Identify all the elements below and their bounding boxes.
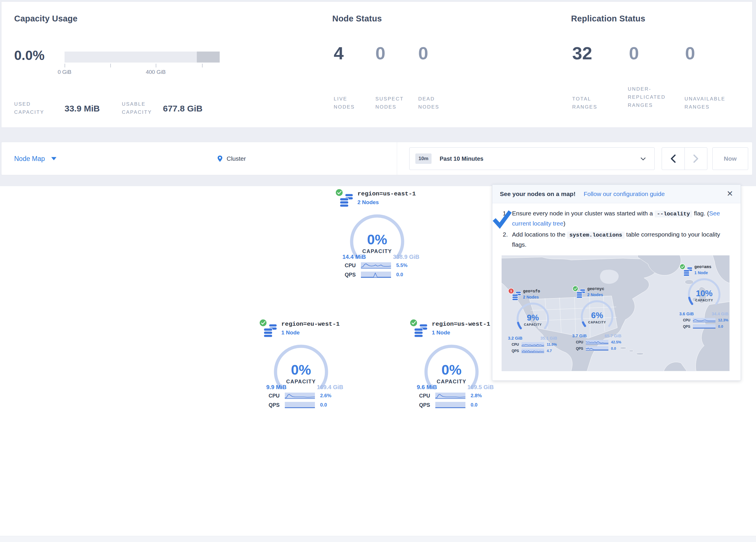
qps-sparkline [522,349,544,353]
axis-tick [65,64,65,67]
unavailable-ranges-label: UNAVAILABLE RANGES [685,95,738,111]
cpu-sparkline [285,393,315,399]
step-text: Add locations to the [512,231,567,238]
cpu-value: 12.3% [718,318,728,322]
qps-label: QPS [680,325,690,329]
chevron-right-icon [693,154,699,163]
configuration-guide-link[interactable]: Follow our configuration guide [583,190,665,197]
breadcrumb[interactable]: Cluster [216,155,246,162]
region-label[interactable]: region=us-east-1 [357,190,416,197]
chevron-down-icon [51,157,56,160]
region-label[interactable]: region=eu-west-1 [281,321,340,328]
region-label[interactable]: region=us-west-1 [432,321,490,328]
qps-sparkline [361,272,391,278]
usable-capacity-value: 677.8 GiB [163,104,203,113]
axis-tick [156,64,156,67]
step-text: flag. ( [692,210,709,216]
step-text: ) [563,220,565,227]
node-count-link[interactable]: 1 Node [432,330,490,336]
cpu-sparkline [693,318,715,322]
axis-tick [110,64,111,67]
cpu-value: 2.6% [320,393,331,399]
total-capacity: 169.5 GiB [467,384,494,391]
locality-flag-code: --locality [655,210,692,217]
capacity-gauge: 0% CAPACITY [272,342,330,400]
cpu-value: 11.0% [547,343,557,347]
region-label: geo=ams [694,264,711,269]
cluster-summary-card: Capacity Usage 0.0% 0 GiB 400 GiB USED C… [1,1,753,128]
qps-value: 0.0 [471,402,478,408]
locality-marker-us-west-1: region=us-west-1 1 Node 0% CAPACITY 9.6 … [402,318,501,415]
capacity-gauge: 6% CAPACITY [580,299,614,334]
chevron-down-icon [641,157,646,160]
qps-value: 0.0 [320,402,327,408]
cpu-value: 5.5% [396,262,408,268]
time-back-button[interactable] [662,148,685,170]
total-ranges-value: 32 [572,43,592,63]
capacity-caption: CAPACITY [286,379,316,385]
cpu-label: CPU [343,262,356,269]
database-icon [683,267,693,276]
step-text: Ensure every node in your cluster was st… [512,210,655,216]
cpu-value: 2.8% [471,393,482,399]
under-replicated-ranges-value: 0 [629,43,639,63]
close-icon[interactable]: ✕ [726,190,733,198]
used-capacity: 3.7 GiB [572,334,587,338]
time-step-buttons [662,147,707,170]
cpu-label: CPU [573,340,583,344]
healthy-check-icon [409,319,418,327]
configuration-steps: 1. Ensure every node in your cluster was… [503,208,731,251]
region-label: geo=sfo [523,289,540,294]
cpu-label: CPU [267,393,280,399]
capacity-usage-title: Capacity Usage [14,14,78,23]
healthy-check-icon [259,319,267,327]
healthy-check-icon [335,188,344,197]
view-selector-label: Node Map [14,155,45,162]
capacity-caption: CAPACITY [524,323,542,326]
popup-title: See your nodes on a map! [500,190,575,197]
qps-sparkline [693,324,715,329]
node-status-title: Node Status [332,14,382,23]
node-count: 1 Node [694,270,711,275]
capacity-caption: CAPACITY [437,379,467,385]
location-pin-icon [216,155,224,162]
view-selector-dropdown[interactable]: Node Map [14,155,56,162]
node-count: 2 Nodes [523,295,540,300]
cpu-sparkline [522,342,544,347]
dead-nodes-label: DEAD NODES [418,95,449,111]
capacity-percent: 6% [591,311,603,320]
step-2: 2. Add locations to the system.locations… [503,229,731,249]
qps-value: 0.0 [396,272,403,278]
total-capacity: 65.7 GiB [605,334,621,338]
suspect-nodes-label: SUSPECT NODES [375,95,412,111]
cpu-sparkline [435,393,465,399]
cpu-value: 42.5% [611,340,621,344]
qps-sparkline [435,402,465,408]
used-capacity: 9.6 MiB [417,384,437,391]
capacity-caption: CAPACITY [588,321,606,324]
example-node-map-illustration: 1 geo=sfo 2 Nodes 9% CAPACITY 3.2 GiB 35… [502,255,730,371]
time-range-badge: 10m [415,153,432,164]
unavailable-ranges-value: 0 [685,43,695,63]
dead-nodes-value: 0 [418,43,428,63]
capacity-percent: 0% [291,362,311,378]
qps-label: QPS [417,402,430,408]
time-range-dropdown[interactable]: 10m Past 10 Minutes [409,147,655,170]
step-1: 1. Ensure every node in your cluster was… [503,208,731,228]
node-count-link[interactable]: 2 Nodes [357,199,416,205]
page-footer-strip [0,536,756,542]
total-capacity: 169.4 GiB [317,384,343,391]
qps-value: 0.0 [611,347,616,351]
capacity-percent: 0% [441,362,461,378]
node-count-link[interactable]: 1 Node [281,330,340,336]
capacity-gauge: 0% CAPACITY [423,342,480,400]
capacity-percent: 10% [696,289,713,298]
under-replicated-ranges-label: UNDER-REPLICATED RANGES [628,85,677,109]
live-nodes-value: 4 [334,43,344,63]
now-button[interactable]: Now [712,147,748,170]
axis-tick [202,64,203,67]
region-label: geo=nyc [587,287,604,291]
time-forward-button[interactable] [685,148,707,170]
capacity-percent: 9% [527,313,539,322]
axis-tick-label: 0 GiB [53,69,76,75]
